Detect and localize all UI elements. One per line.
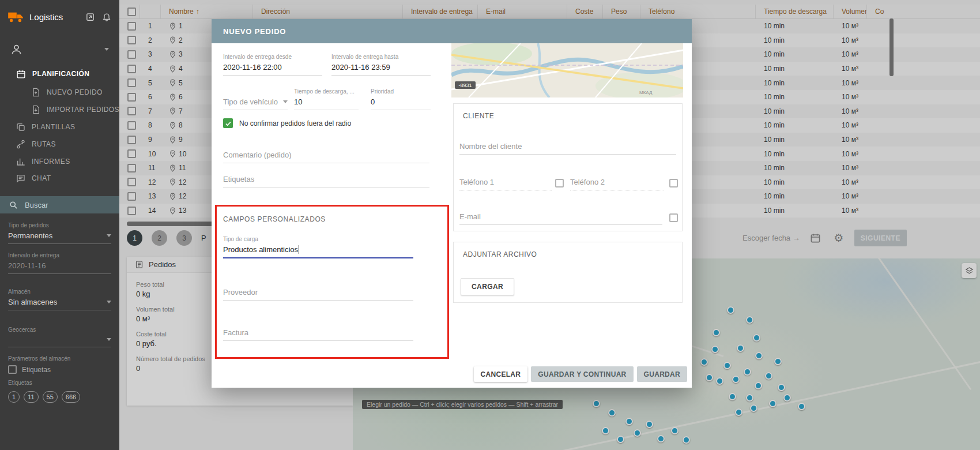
interval-to-field[interactable]: Intervalo de entrega hasta 2020-11-16 23… [331, 54, 431, 76]
filter-geofences: Geocercas [8, 327, 111, 347]
map-road-label: МКАД [639, 90, 653, 95]
sidebar-item-chat[interactable]: CHAT [0, 170, 119, 186]
phone2-field[interactable]: Teléfono 2 [570, 178, 664, 190]
app-root: Logistics PLANIFICACIÓN NUEVO PEDIDO IMP… [0, 0, 980, 450]
templates-icon [16, 122, 25, 132]
map-route-badge: -8931 [455, 81, 476, 89]
interval-from-field[interactable]: Intervalo de entrega desde 2020-11-16 22… [223, 54, 322, 76]
chevron-down-icon [104, 48, 109, 51]
import-orders-icon [31, 105, 40, 114]
phone1-checkbox[interactable] [555, 179, 564, 187]
routes-icon [16, 140, 25, 149]
labels-field[interactable]: Etiquetas [223, 175, 429, 187]
user-icon [10, 43, 22, 55]
tag-chip[interactable]: 55 [43, 391, 58, 403]
order-type-select[interactable]: Permanentes [8, 231, 111, 244]
chat-icon [16, 174, 25, 183]
modal-title: NUEVO PEDIDO [223, 27, 286, 36]
text-cursor [299, 245, 299, 254]
filter-delivery-interval: Intervalo de entrega 2020-11-16 [8, 252, 111, 274]
attach-section-title: ADJUNTAR ARCHIVO [463, 250, 537, 258]
sidebar-item-informes[interactable]: INFORMES [0, 153, 119, 170]
logistics-logo-icon [7, 10, 24, 23]
etiquetas-checkbox-row[interactable]: Etiquetas [8, 365, 51, 374]
custom-fields-title: CAMPOS PERSONALIZADOS [223, 215, 326, 223]
delivery-interval-input[interactable]: 2020-11-16 [8, 261, 111, 274]
vehicle-type-select[interactable]: Tipo de vehículo [223, 88, 288, 110]
client-name-field[interactable]: Nombre del cliente [459, 142, 676, 155]
app-title: Logistics [29, 12, 63, 22]
sidebar-item-nuevo-pedido[interactable]: NUEVO PEDIDO [0, 84, 119, 100]
tag-chip[interactable]: 666 [62, 391, 80, 403]
cargo-type-field[interactable]: Tipo de carga Productos alimenticios [223, 236, 413, 258]
phone1-field[interactable]: Teléfono 1 [459, 178, 552, 190]
attach-file-section: ADJUNTAR ARCHIVO CARGAR [453, 242, 683, 303]
etiquetas-checkbox[interactable] [8, 365, 17, 374]
save-continue-button[interactable]: GUARDAR Y CONTINUAR [531, 366, 633, 382]
priority-field[interactable]: Prioridad 0 [371, 88, 431, 110]
calendar-icon [16, 69, 26, 79]
modal-header: NUEVO PEDIDO [212, 19, 692, 43]
filter-warehouse: Almacén Sin almacenes [8, 288, 111, 310]
new-order-modal: NUEVO PEDIDO Intervalo de entrega desde … [212, 19, 692, 388]
checkbox-checked-icon [223, 118, 233, 128]
geofences-select[interactable] [8, 336, 111, 347]
search-input[interactable]: Buscar [0, 196, 119, 213]
client-section: CLIENTE Nombre del cliente Teléfono 1 Te… [453, 103, 683, 231]
supplier-field[interactable]: Proveedor [223, 288, 413, 301]
client-section-title: CLIENTE [463, 112, 494, 120]
warehouse-params-label: Parámetros del almacén [8, 355, 111, 365]
tag-chip[interactable]: 1 [8, 391, 20, 403]
modal-minimap[interactable]: -8931 МКАД [451, 43, 683, 97]
svg-text:-8931: -8931 [458, 82, 472, 88]
phone2-checkbox[interactable] [669, 179, 678, 187]
invoice-field[interactable]: Factura [223, 328, 413, 341]
cancel-button[interactable]: CANCELAR [474, 366, 528, 382]
upload-button[interactable]: CARGAR [461, 278, 514, 295]
modal-footer: CANCELAR GUARDAR Y CONTINUAR GUARDAR [474, 366, 687, 382]
warehouse-select[interactable]: Sin almacenes [8, 298, 111, 310]
unload-time-field[interactable]: Tiempo de descarga, ... 10 [294, 88, 359, 110]
account-menu[interactable] [0, 39, 119, 59]
sidebar-item-plantillas[interactable]: PLANTILLAS [0, 119, 119, 135]
client-email-field[interactable]: E-mail [459, 212, 662, 225]
tag-chips: 11155666 [8, 391, 80, 403]
email-checkbox[interactable] [669, 213, 678, 222]
tag-chip[interactable]: 11 [24, 391, 38, 403]
new-order-icon [31, 88, 40, 97]
chevron-down-icon [107, 234, 111, 237]
sidebar: Logistics PLANIFICACIÓN NUEVO PEDIDO IMP… [0, 0, 119, 450]
sidebar-item-planificacion[interactable]: PLANIFICACIÓN [0, 66, 119, 82]
chevron-down-icon [107, 301, 111, 303]
no-confirm-radius-checkbox[interactable]: No confirmar pedidos fuera del radio [223, 118, 351, 128]
chevron-down-icon [283, 100, 288, 103]
app-switcher-icon[interactable] [84, 11, 96, 22]
labels-label: Etiquetas [8, 380, 111, 389]
comment-field[interactable]: Comentario (pedido) [223, 151, 429, 163]
search-icon [9, 201, 18, 209]
chevron-down-icon [107, 338, 111, 341]
save-button[interactable]: GUARDAR [637, 366, 687, 382]
filter-order-type: Tipo de pedidos Permanentes [8, 222, 111, 244]
sidebar-item-rutas[interactable]: RUTAS [0, 136, 119, 152]
sidebar-item-importar-pedidos[interactable]: IMPORTAR PEDIDOS [0, 102, 119, 118]
reports-icon [16, 157, 25, 166]
notifications-bell-icon[interactable] [101, 11, 112, 22]
